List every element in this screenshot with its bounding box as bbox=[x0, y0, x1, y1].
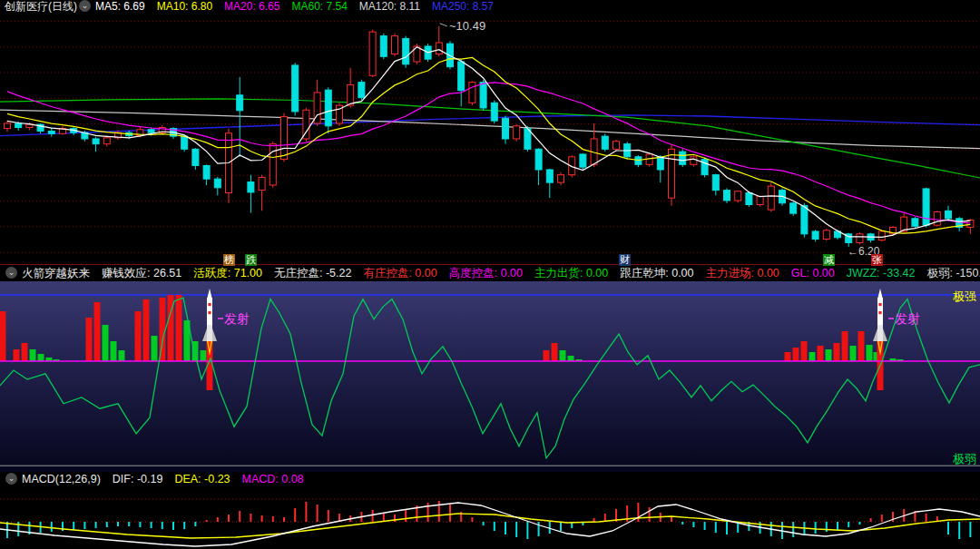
candle-body bbox=[812, 231, 818, 240]
macd-chart[interactable] bbox=[0, 486, 980, 549]
candle-body bbox=[735, 191, 741, 201]
candle-body bbox=[503, 118, 509, 139]
candle-body bbox=[613, 142, 620, 150]
macd-histogram-bar bbox=[858, 522, 860, 524]
indicator-bar bbox=[111, 341, 117, 361]
macd-histogram-bar bbox=[283, 517, 285, 522]
macd-histogram-bar bbox=[239, 511, 240, 522]
candle-body bbox=[292, 65, 299, 112]
indicator-bar bbox=[135, 311, 142, 361]
candle-body bbox=[691, 157, 697, 165]
macd-histogram-bar bbox=[471, 517, 473, 522]
candle-body bbox=[712, 175, 719, 191]
macd-histogram-bar bbox=[294, 508, 296, 522]
macd-histogram-bar bbox=[505, 522, 506, 534]
indicator-bar bbox=[30, 349, 36, 361]
macd-histogram-bar bbox=[837, 522, 838, 530]
indicator-value: GL: 0.00 bbox=[791, 267, 835, 279]
indicator-bar bbox=[119, 350, 125, 361]
chevron-down-icon[interactable]: ⌄ bbox=[5, 267, 17, 279]
ma-value: MA20: 6.65 bbox=[224, 0, 279, 13]
ticker-tag: 减 bbox=[823, 254, 835, 266]
macd-histogram-bar bbox=[969, 522, 971, 537]
ma-value: MA60: 7.54 bbox=[291, 0, 347, 13]
indicator-header: ⌄火箭穿越妖来赚钱效应: 26.51活跃度: 71.00无庄控盘: -5.22有… bbox=[0, 265, 980, 281]
candle-body bbox=[237, 95, 243, 111]
macd-histogram-bar bbox=[704, 522, 706, 530]
candle-body bbox=[348, 84, 354, 105]
macd-histogram-bar bbox=[217, 517, 219, 522]
indicator-value: 主力出货: 0.00 bbox=[534, 267, 608, 279]
indicator-bar bbox=[86, 318, 93, 361]
candle-body bbox=[857, 234, 863, 243]
macd-value: MACD: 0.08 bbox=[242, 473, 304, 485]
dif-line bbox=[0, 503, 980, 546]
candle-body bbox=[790, 203, 797, 213]
candle-body bbox=[369, 32, 376, 75]
indicator-bar bbox=[834, 343, 840, 361]
main-chart-header: 创新医疗(日线)⌄MA5: 6.69MA10: 6.80MA20: 6.65MA… bbox=[0, 0, 980, 14]
peak-pointer bbox=[440, 24, 447, 26]
indicator-bar bbox=[22, 343, 28, 361]
indicator-bar bbox=[176, 295, 182, 361]
ticker-tag: 榜 bbox=[223, 254, 235, 266]
indicator-bar bbox=[850, 346, 857, 361]
indicator-bar bbox=[809, 352, 816, 361]
candle-body bbox=[514, 126, 520, 139]
macd-histogram-bar bbox=[649, 507, 651, 522]
macd-histogram-bar bbox=[117, 522, 119, 526]
indicator-title: 火箭穿越妖来 bbox=[22, 267, 90, 279]
indicator-bar bbox=[152, 336, 158, 361]
indicator-bar bbox=[858, 331, 865, 361]
macd-histogram-bar bbox=[449, 505, 451, 522]
macd-histogram-bar bbox=[715, 522, 717, 533]
macd-histogram-bar bbox=[881, 515, 883, 522]
candle-body bbox=[546, 170, 553, 182]
macd-histogram-bar bbox=[405, 509, 407, 522]
macd-histogram-bar bbox=[162, 522, 163, 529]
macd-histogram-bar bbox=[870, 518, 872, 522]
rocket-indicator-chart[interactable]: 发射发射极强极弱 bbox=[0, 281, 980, 472]
candle-body bbox=[458, 62, 465, 91]
candle-body bbox=[358, 83, 365, 98]
macd-histogram-bar bbox=[128, 522, 130, 526]
ticker-tag: 跌 bbox=[245, 254, 257, 266]
indicator-bar bbox=[785, 352, 791, 361]
page-title: 创新医疗(日线) bbox=[5, 0, 77, 13]
indicator-bar bbox=[826, 349, 832, 361]
macd-histogram-bar bbox=[671, 517, 672, 522]
macd-histogram-bar bbox=[206, 520, 208, 522]
ma250-line bbox=[0, 115, 980, 136]
macd-histogram-bar bbox=[106, 522, 108, 527]
candlestick-chart[interactable]: ~10.49 bbox=[0, 0, 980, 264]
dea-line bbox=[0, 514, 980, 538]
candle-body bbox=[93, 139, 99, 144]
indicator-value: 高度控盘: 0.00 bbox=[449, 267, 523, 279]
macd-histogram-bar bbox=[305, 502, 307, 522]
candle-body bbox=[469, 83, 475, 103]
candle-body bbox=[203, 165, 210, 179]
chevron-down-icon[interactable]: ⌄ bbox=[5, 473, 17, 485]
macd-histogram-bar bbox=[848, 522, 849, 527]
candle-body bbox=[48, 131, 54, 133]
ma60-line bbox=[0, 99, 980, 178]
macd-histogram-bar bbox=[792, 522, 794, 537]
candle-body bbox=[192, 149, 199, 165]
strong-level-label: 极强 bbox=[953, 289, 976, 303]
candle-body bbox=[248, 182, 254, 192]
macd-histogram-bar bbox=[947, 522, 949, 534]
indicator-bar bbox=[801, 341, 808, 361]
candle-body bbox=[823, 230, 829, 240]
macd-histogram-bar bbox=[151, 522, 152, 528]
peak-price-annotation: ~10.49 bbox=[449, 19, 485, 33]
candle-body bbox=[380, 36, 387, 57]
indicator-bar bbox=[842, 331, 848, 361]
candle-body bbox=[602, 136, 608, 149]
candle-body bbox=[491, 103, 497, 121]
macd-histogram-bar bbox=[593, 518, 595, 522]
macd-histogram-bar bbox=[538, 522, 540, 536]
chevron-down-icon[interactable]: ⌄ bbox=[79, 0, 91, 12]
launch-label: 发射 bbox=[224, 311, 250, 326]
macd-histogram-bar bbox=[494, 522, 495, 531]
macd-histogram-bar bbox=[681, 522, 683, 524]
